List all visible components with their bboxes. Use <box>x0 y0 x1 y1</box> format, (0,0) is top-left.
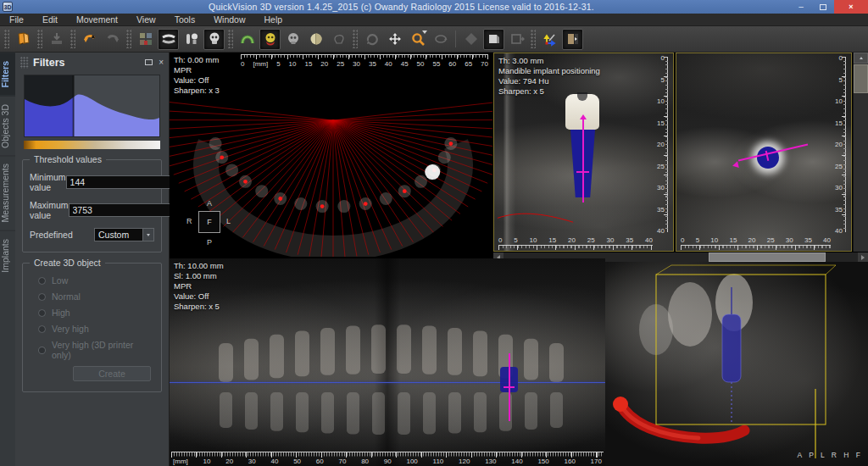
cross-section-info: Th: 3.00 mm Mandible implant positioning… <box>498 56 600 97</box>
menu-item[interactable]: Edit <box>33 14 67 25</box>
volume-box-icon[interactable] <box>506 29 527 50</box>
menu-item[interactable]: View <box>127 14 165 25</box>
close-button[interactable]: × <box>834 0 868 14</box>
horizontal-scroll-thumb[interactable] <box>709 252 826 262</box>
toolbar-grip <box>126 30 131 48</box>
toolbar-grip <box>70 30 75 48</box>
create-button[interactable]: Create <box>73 366 151 381</box>
skull-view-icon[interactable] <box>282 29 303 50</box>
radio-icon <box>38 347 46 354</box>
radio-label: Very high (3D printer only) <box>52 340 154 360</box>
orientation-indicator: A R F L P <box>186 201 234 245</box>
radio-label: High <box>52 308 70 318</box>
minimize-button[interactable]: – <box>790 0 812 14</box>
title-bar: 3D QuickVision 3D version 1.4.25_2015 (c… <box>0 0 868 14</box>
tab-objects-3d[interactable]: Objects 3D <box>0 96 15 156</box>
layout-report-icon[interactable] <box>135 29 156 50</box>
volume-3d-viewport[interactable]: A P L R H F <box>605 262 868 466</box>
clip-plane-icon[interactable] <box>460 29 481 50</box>
scroll-right-button[interactable] <box>858 252 868 262</box>
close-panel-icon[interactable]: × <box>159 58 164 67</box>
radio-icon <box>38 325 46 333</box>
toolbar-grip <box>353 30 358 48</box>
slice-position-line[interactable] <box>170 382 605 383</box>
menu-item[interactable]: Window <box>204 14 254 25</box>
density-gradient-bar[interactable] <box>24 141 160 149</box>
skull-3d-icon[interactable] <box>328 29 349 50</box>
filters-panel: Filters × Threshold values Minimum value <box>15 53 170 466</box>
toolbar-grip <box>37 30 42 48</box>
redo-icon[interactable] <box>102 29 123 50</box>
axes-icon[interactable] <box>539 29 560 50</box>
layout-panoramic-icon[interactable] <box>158 29 179 50</box>
quality-radio-option[interactable]: Normal <box>38 291 154 302</box>
quality-radio-option[interactable]: Very high (3D printer only) <box>38 340 154 360</box>
mandible-positioning-icon[interactable] <box>259 29 281 50</box>
toolbar-grip <box>228 30 233 48</box>
vertical-ruler: 0510152025303540 <box>833 57 850 232</box>
menu-bar: FileEditMovementViewToolsWindowHelp <box>0 14 868 26</box>
threshold-group-label: Threshold values <box>30 154 106 164</box>
zoom-dropdown-caret[interactable] <box>422 31 427 34</box>
predefined-label: Predefined <box>30 230 94 240</box>
tab-filters[interactable]: Filters <box>0 53 15 96</box>
import-icon[interactable] <box>46 29 67 50</box>
menu-item[interactable]: Movement <box>67 14 127 25</box>
implant-axis-arrow <box>580 114 587 119</box>
predefined-value: Custom <box>95 229 142 241</box>
dropdown-caret-icon[interactable] <box>142 229 153 241</box>
slab-view-icon[interactable] <box>483 29 504 50</box>
maximum-value-label: Maximum value <box>30 200 69 220</box>
radio-label: Very high <box>52 324 89 334</box>
tab-implants[interactable]: Implants <box>0 230 15 280</box>
rotate-3d-icon[interactable] <box>430 29 451 50</box>
open-project-icon[interactable] <box>13 29 34 50</box>
quality-radio-option[interactable]: High <box>38 308 154 318</box>
app-icon: 3D <box>3 2 13 12</box>
vertical-ruler: 0510152025303540 <box>655 57 672 232</box>
quality-radio-option[interactable]: Low <box>38 275 154 286</box>
threshold-group: Threshold values Minimum value Maximum v… <box>22 159 162 252</box>
application-window: 3D QuickVision 3D version 1.4.25_2015 (c… <box>0 0 868 466</box>
sphere-view-icon[interactable] <box>305 29 326 50</box>
toggle-panel-icon[interactable] <box>562 29 583 50</box>
vertical-scrollbar[interactable] <box>853 53 868 252</box>
axial-ruler: 0[mm]510152025303540455055606570 <box>241 54 488 68</box>
horizontal-ruler: 0510152025303540 <box>498 236 653 250</box>
predefined-dropdown[interactable]: Custom <box>94 228 154 241</box>
implant-axis-line <box>582 118 584 202</box>
radio-label: Normal <box>52 291 81 302</box>
menu-item[interactable]: File <box>0 14 33 25</box>
menu-item[interactable]: Help <box>255 14 292 25</box>
side-tab-strip: Filters Objects 3D Measurements Implants <box>0 53 15 466</box>
maximize-icon <box>820 4 826 10</box>
tab-measurements[interactable]: Measurements <box>0 155 15 230</box>
cross-section-viewport[interactable]: Th: 3.00 mm Mandible implant positioning… <box>493 53 674 252</box>
dental-arch-icon[interactable] <box>236 29 258 50</box>
toolbar <box>0 26 868 53</box>
radio-icon <box>38 277 46 285</box>
float-panel-icon[interactable] <box>145 58 153 67</box>
toolbar-grip <box>531 30 536 48</box>
vertical-scroll-thumb[interactable] <box>854 64 868 93</box>
panoramic-ruler: [mm]102030405060708090100110120130140150… <box>171 452 604 465</box>
menu-item[interactable]: Tools <box>165 14 205 25</box>
layout-implant-icon[interactable] <box>181 29 202 50</box>
quality-radio-option[interactable]: Very high <box>38 324 154 334</box>
minimum-value-label: Minimum value <box>30 172 66 192</box>
radio-icon <box>38 309 46 317</box>
scroll-up-button[interactable] <box>854 53 868 64</box>
panoramic-viewport[interactable]: Th: 10.00 mm Sl: 1.00 mm MPR Value: Off … <box>170 258 605 466</box>
cross-section-2-viewport[interactable]: 0510152025303540 0510152025303540 <box>676 53 852 252</box>
panel-grip-icon[interactable] <box>20 57 29 69</box>
undo-icon[interactable] <box>79 29 100 50</box>
pan-icon[interactable] <box>384 29 405 50</box>
maximize-button[interactable] <box>812 0 834 14</box>
histogram[interactable] <box>24 75 160 137</box>
toolbar-separator <box>455 31 456 47</box>
layout-skull-icon[interactable] <box>203 29 225 50</box>
zoom-icon[interactable] <box>407 29 428 50</box>
axial-viewport[interactable]: Th: 0.00 mm MPR Value: Off Sharpen: x 3 … <box>170 53 492 257</box>
toolbar-grip <box>4 30 9 48</box>
rotate-icon[interactable] <box>361 29 382 50</box>
